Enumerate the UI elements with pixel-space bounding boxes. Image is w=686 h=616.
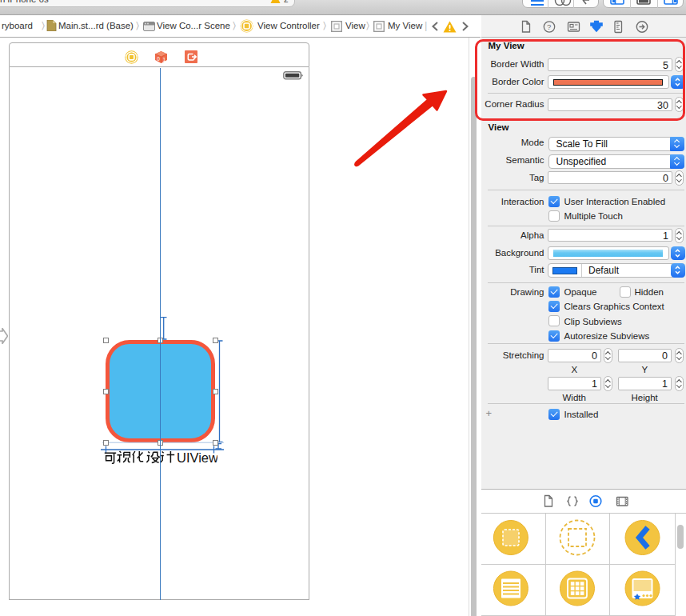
svg-text:0: 0 bbox=[157, 56, 160, 62]
svg-text:1: 1 bbox=[163, 57, 166, 62]
svg-text:2: 2 bbox=[284, 0, 289, 4]
svg-text:UIView: UIView bbox=[177, 450, 217, 465]
svg-text:?: ? bbox=[547, 22, 551, 31]
